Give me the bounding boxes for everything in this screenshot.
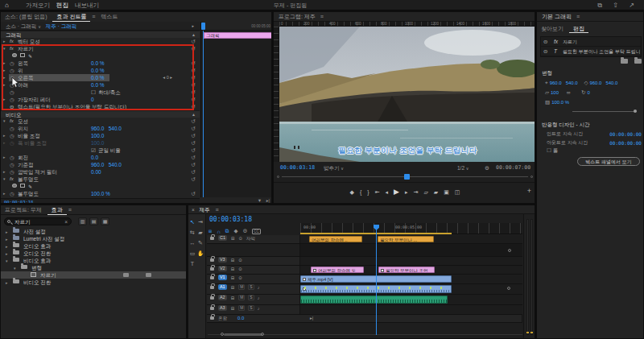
filter-icon[interactable]: ▼ [258, 198, 262, 203]
chevron-down-icon[interactable]: ∨ [38, 24, 41, 29]
reset-icon[interactable]: ↺ [192, 60, 196, 67]
link-scale-icon[interactable]: ∞ [567, 89, 571, 95]
lock-icon[interactable] [210, 286, 214, 289]
disclosure-icon[interactable]: ▸ [3, 190, 6, 197]
disclosure-icon[interactable]: ▸ [3, 139, 6, 147]
a1-track-header[interactable]: A1 ⊟ M S ♪ [207, 284, 300, 294]
tab-export[interactable]: 내보내기 [72, 0, 102, 10]
open-text-panel-button[interactable]: 텍스트 패널에서 보기 [577, 157, 640, 166]
eye-icon[interactable]: ⊙ [239, 236, 243, 241]
lock-icon[interactable] [210, 267, 214, 271]
step-forward-icon[interactable]: ▸ [405, 189, 408, 195]
stopwatch-icon[interactable]: ◷ [10, 89, 14, 96]
rect-mask-icon[interactable] [20, 53, 25, 57]
effect-row[interactable]: ▾ fx 모션 ✎ ↺ [1, 118, 200, 125]
sync-lock-icon[interactable]: ⊟ [231, 236, 235, 241]
track-resize-dot[interactable] [507, 287, 510, 290]
roll-checkbox-row[interactable]: ☐ 롤 [547, 147, 558, 155]
source-crumb[interactable]: 소스 · 그래픽 [1, 23, 36, 29]
track-badge[interactable]: V2 [218, 266, 227, 271]
lock-icon[interactable] [210, 258, 214, 262]
reset-icon[interactable]: ↺ [192, 168, 196, 176]
mute-button[interactable]: M [238, 295, 245, 300]
sync-lock-icon[interactable]: ⊟ [231, 258, 235, 263]
voiceover-record-icon[interactable]: ♪ [258, 296, 260, 300]
mini-playhead[interactable] [201, 23, 205, 30]
effect-row[interactable]: ▸ fx 벡터 모션 ✎ ↺ [1, 38, 200, 45]
intro-duration-value[interactable]: 00:00:00:00 [609, 130, 642, 138]
master-track-header[interactable]: 혼합 0.0 ▸| [207, 315, 522, 322]
effect-row[interactable]: ▸ ◷ 위 ✎ 0.0 % ↺ [1, 67, 200, 74]
track-badge[interactable]: V3 [218, 257, 227, 263]
caption-clip[interactable]: 여러분의 학습에 .. [309, 236, 362, 242]
step-back-icon[interactable]: ◂ [386, 189, 389, 195]
reset-icon[interactable]: ↺ [192, 96, 196, 103]
parameter-value[interactable]: 0.0 % [91, 60, 105, 67]
anchor-value[interactable]: 960.0 540.0 [589, 81, 617, 85]
effect-row[interactable]: ◷ ✎ ☐ 확대/축소 ↺ [1, 89, 200, 96]
tab-text[interactable]: 텍스트 [97, 12, 122, 22]
effects-tree-item[interactable]: ▾ 비디오 효과 [1, 257, 187, 264]
close-sequence-icon[interactable]: × [192, 207, 195, 213]
selection-tool[interactable]: ↖ [188, 217, 196, 227]
caption-track-header[interactable]: C1 ⊟ ⊙ 자막 [207, 235, 300, 243]
linked-selection-icon[interactable]: ⧉ [225, 228, 229, 234]
reset-icon[interactable]: ↺ [192, 147, 196, 154]
stopwatch-icon[interactable]: ◷ [10, 190, 14, 197]
a1-lane[interactable] [300, 284, 522, 294]
tab-edit[interactable]: 편집 [569, 23, 588, 33]
tab-project[interactable]: 프로젝트: 무제 [1, 205, 46, 215]
add-marker-icon[interactable]: ◆ [233, 228, 237, 234]
v2-track-header[interactable]: V2 ⊟ ⊙ [207, 266, 300, 274]
tab-effects[interactable]: 효과 [47, 205, 67, 215]
fit-select[interactable]: 맞추기 ∨ [324, 163, 344, 173]
effect-row[interactable]: ▾ fx 자르기 ✎ ↺ [1, 45, 200, 52]
stopwatch-icon[interactable]: fx [10, 38, 14, 45]
checkbox[interactable]: ☑ [91, 147, 96, 154]
stopwatch-icon[interactable]: fx [10, 176, 14, 183]
effect-row[interactable]: ▸ ◷ 왼쪽 ✎ 0.0 % ↺ [1, 60, 200, 67]
effect-row[interactable]: 비디오 ✎ ↺ ▲ [1, 110, 200, 118]
ellipse-mask-icon[interactable] [12, 53, 17, 57]
keyframe-nav[interactable]: ◂ 0 ▸ [163, 74, 172, 81]
effect-row[interactable]: ⊙ 텍스트(필요한 부분이나 조언을 부탁 드립니다) ✎ ↺ [1, 103, 200, 110]
scale-value[interactable]: 100 [551, 90, 559, 95]
effects-tree-item[interactable]: ▾ 변형 [1, 264, 187, 271]
opacity-slider[interactable] [572, 111, 637, 112]
lock-icon[interactable] [210, 296, 214, 300]
nest-sequence-icon[interactable]: ⧈ [208, 228, 212, 234]
stopwatch-icon[interactable]: ◷ [10, 132, 14, 139]
button-editor-icon[interactable]: + [527, 187, 531, 195]
mute-button[interactable]: M [238, 305, 245, 311]
razor-tool[interactable]: ▰ [196, 227, 204, 238]
comparison-view-icon[interactable]: ◫ [455, 189, 460, 195]
reset-icon[interactable]: ↺ [192, 154, 196, 161]
keyframe-nav-icon[interactable]: ▸| [310, 316, 313, 320]
effects-tree-item[interactable]: ▸ 사전 설정 [1, 228, 187, 235]
parameter-value[interactable]: 960.0 540.0 [91, 161, 122, 168]
go-to-in-icon[interactable]: ⇤ [375, 189, 380, 195]
ripple-edit-tool[interactable]: ⇆ [188, 227, 196, 238]
parameter-value[interactable]: 0.0 [91, 154, 98, 161]
reset-icon[interactable]: ↺ [192, 45, 196, 52]
go-to-out-icon[interactable]: ⇥ [414, 189, 419, 195]
parameter-value[interactable]: 0.0 % [91, 81, 105, 89]
panel-menu-icon[interactable]: ≡ [92, 14, 95, 19]
stopwatch-icon[interactable]: ◷ [10, 125, 14, 132]
effect-controls-mini-timeline[interactable]: 00:00:05:00 그래픽 [200, 22, 272, 197]
tab-import[interactable]: 가져오기 [23, 0, 53, 10]
new-layer-icon[interactable] [634, 59, 642, 64]
reset-icon[interactable]: ↺ [192, 161, 196, 168]
caption-lane[interactable]: 여러분의 학습에 .. 필요한 부분이나 ... [300, 235, 522, 243]
zoom-scrollbar-handle[interactable] [224, 333, 262, 336]
pen-tool[interactable]: ✎ [196, 238, 204, 248]
reset-icon[interactable]: ↺ [192, 67, 196, 74]
parameter-value[interactable]: 0.0 % [91, 67, 105, 74]
tab-source[interactable]: 소스: (클립 없음) [1, 12, 52, 22]
v3-track-header[interactable]: V3 ⊟ ⊙ [207, 257, 300, 265]
stopwatch-icon[interactable]: ◷ [10, 154, 14, 161]
play-arrow-icon[interactable]: ▸ [192, 22, 194, 31]
a2-track-header[interactable]: A2 ⊟ M S ♪ [207, 295, 300, 304]
effect-row[interactable]: ▸ ◷ 오른쪽 ✎ 0.0 % ◂ 0 ▸ ↺ [1, 74, 200, 81]
stopwatch-icon[interactable]: ◷ [10, 96, 14, 103]
